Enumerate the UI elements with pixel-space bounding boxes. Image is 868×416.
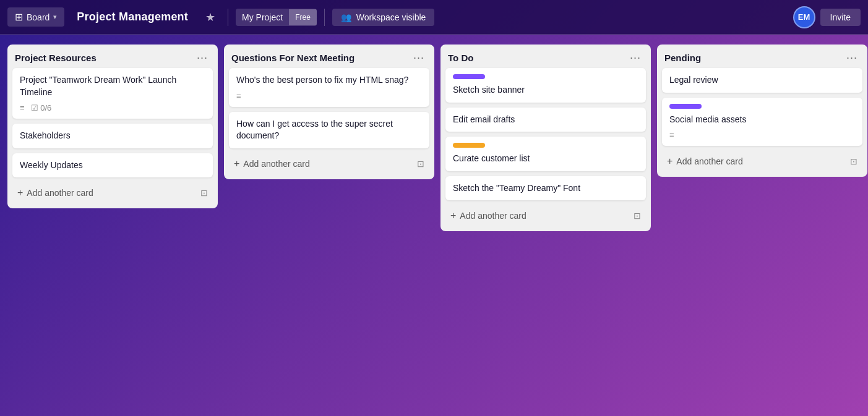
card-card-edit-email[interactable]: Edit email drafts <box>445 108 646 132</box>
template-icon: ⊡ <box>634 211 641 221</box>
column-pending: Pending···Legal reviewSocial media asset… <box>657 45 867 177</box>
card-text-card-stakeholders: Stakeholders <box>20 130 205 142</box>
add-card-button-pending[interactable]: +Add another card⊡ <box>662 151 862 172</box>
card-card-curate-customer[interactable]: Curate customer list <box>445 137 646 171</box>
board-button[interactable]: ⊞ Board ▾ <box>7 7 64 27</box>
app-header: ⊞ Board ▾ Project Management ★ My Projec… <box>0 0 868 35</box>
workspace-icon: 👥 <box>341 12 351 22</box>
project-name: My Project <box>236 9 289 26</box>
project-button[interactable]: My Project Free <box>236 9 317 26</box>
card-text-card-edit-email: Edit email drafts <box>453 114 638 126</box>
plus-icon: + <box>17 187 23 198</box>
invite-label: Invite <box>830 12 851 22</box>
free-badge: Free <box>289 9 317 25</box>
column-menu-button-project-resources[interactable]: ··· <box>194 52 210 63</box>
star-icon: ★ <box>205 11 215 23</box>
column-header-pending: Pending··· <box>662 51 862 68</box>
board-chevron-icon: ▾ <box>53 13 57 21</box>
column-header-questions-next-meeting: Questions For Next Meeting··· <box>229 51 429 68</box>
column-title-pending: Pending <box>664 53 701 63</box>
board-title: Project Management <box>69 11 196 23</box>
card-card-stakeholders[interactable]: Stakeholders <box>12 124 213 148</box>
header-right: EM Invite <box>793 6 861 28</box>
checklist-icon: ☑ 0/6 <box>31 103 52 112</box>
add-card-label: Add another card <box>243 159 309 169</box>
add-card-left: +Add another card <box>17 187 93 198</box>
add-card-button-questions-next-meeting[interactable]: +Add another card⊡ <box>229 153 429 174</box>
card-meta-card-html-snag: ≡ <box>236 91 422 101</box>
card-text-card-curate-customer: Curate customer list <box>453 153 638 165</box>
card-tag-card-social-media <box>669 104 702 109</box>
card-text-card-launch-timeline: Project "Teamwork Dream Work" Launch Tim… <box>20 74 205 98</box>
add-card-left: +Add another card <box>450 210 526 221</box>
column-questions-next-meeting: Questions For Next Meeting···Who's the b… <box>224 45 434 179</box>
card-text-card-sketch-banner: Sketch site banner <box>453 84 638 96</box>
description-icon: ≡ <box>669 130 674 140</box>
column-title-questions-next-meeting: Questions For Next Meeting <box>231 53 355 63</box>
column-menu-button-to-do[interactable]: ··· <box>627 52 643 63</box>
column-project-resources: Project Resources···Project "Teamwork Dr… <box>7 45 218 208</box>
column-menu-button-questions-next-meeting[interactable]: ··· <box>411 52 427 63</box>
workspace-button[interactable]: 👥 Workspace visible <box>332 9 435 26</box>
description-icon: ≡ <box>236 91 241 101</box>
board-label: Board <box>27 12 49 22</box>
card-card-legal-review[interactable]: Legal review <box>662 68 862 93</box>
card-card-secret-document[interactable]: How can I get access to the super secret… <box>229 112 429 148</box>
column-header-to-do: To Do··· <box>445 51 646 68</box>
header-divider-1 <box>228 9 228 26</box>
card-meta-card-social-media: ≡ <box>669 130 855 140</box>
column-title-to-do: To Do <box>448 53 473 63</box>
template-icon: ⊡ <box>850 156 857 166</box>
workspace-label: Workspace visible <box>356 12 426 22</box>
card-text-card-sketch-font: Sketch the "Teamy Dreamy" Font <box>453 182 638 195</box>
plus-icon: + <box>234 158 239 169</box>
invite-button[interactable]: Invite <box>820 9 861 26</box>
card-tag-card-sketch-banner <box>453 74 485 79</box>
card-meta-card-launch-timeline: ≡☑ 0/6 <box>20 103 205 112</box>
column-to-do: To Do···Sketch site bannerEdit email dra… <box>440 45 651 231</box>
card-text-card-weekly-updates: Weekly Updates <box>20 159 205 172</box>
template-icon: ⊡ <box>200 188 208 198</box>
add-card-left: +Add another card <box>667 156 743 167</box>
plus-icon: + <box>667 156 672 167</box>
avatar-initials: EM <box>798 12 810 22</box>
column-header-project-resources: Project Resources··· <box>12 51 213 68</box>
card-card-html-snag[interactable]: Who's the best person to fix my HTML sna… <box>229 68 429 107</box>
board-icon: ⊞ <box>15 11 23 23</box>
template-icon: ⊡ <box>417 159 424 169</box>
card-text-card-secret-document: How can I get access to the super secret… <box>236 118 422 142</box>
card-card-sketch-banner[interactable]: Sketch site banner <box>445 68 646 103</box>
card-card-sketch-font[interactable]: Sketch the "Teamy Dreamy" Font <box>445 176 646 201</box>
add-card-button-project-resources[interactable]: +Add another card⊡ <box>12 182 213 203</box>
column-title-project-resources: Project Resources <box>15 53 97 63</box>
add-card-left: +Add another card <box>234 158 310 169</box>
avatar[interactable]: EM <box>793 6 815 28</box>
column-menu-button-pending[interactable]: ··· <box>844 52 860 63</box>
add-card-label: Add another card <box>676 156 742 166</box>
card-card-launch-timeline[interactable]: Project "Teamwork Dream Work" Launch Tim… <box>12 68 213 119</box>
add-card-button-to-do[interactable]: +Add another card⊡ <box>445 205 646 226</box>
add-card-label: Add another card <box>460 211 526 221</box>
card-text-card-social-media: Social media assets <box>669 114 855 126</box>
card-text-card-legal-review: Legal review <box>669 74 855 87</box>
card-text-card-html-snag: Who's the best person to fix my HTML sna… <box>236 74 422 87</box>
card-card-weekly-updates[interactable]: Weekly Updates <box>12 153 213 178</box>
plus-icon: + <box>450 210 456 221</box>
header-divider-2 <box>324 9 325 26</box>
description-icon: ≡ <box>20 103 25 112</box>
card-card-social-media[interactable]: Social media assets≡ <box>662 98 862 146</box>
add-card-label: Add another card <box>27 188 93 198</box>
board-area: Project Resources···Project "Teamwork Dr… <box>0 35 868 241</box>
card-tag-card-curate-customer <box>453 143 485 148</box>
star-button[interactable]: ★ <box>200 8 220 27</box>
